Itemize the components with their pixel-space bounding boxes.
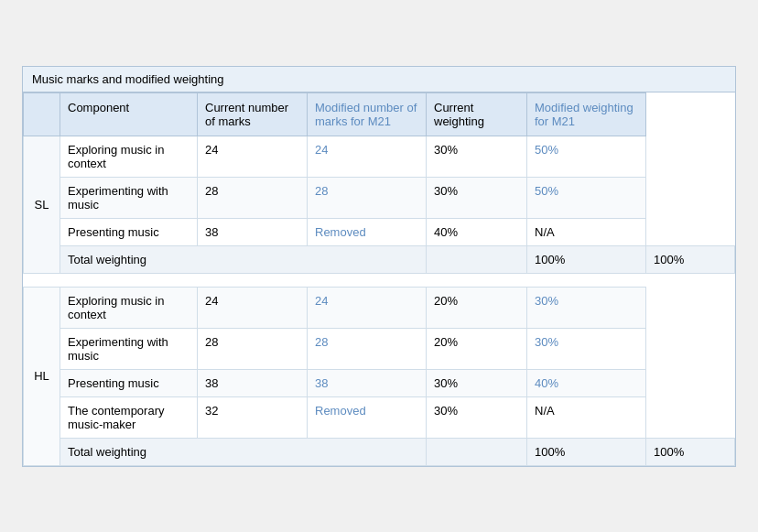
- header-row: Component Current number of marks Modifi…: [24, 92, 735, 136]
- current-marks-cell: 32: [198, 396, 308, 438]
- current-weighting-cell: 30%: [427, 396, 527, 438]
- component-cell: Presenting music: [60, 218, 198, 245]
- table-row: The contemporary music-maker32Removed30%…: [24, 396, 735, 438]
- current-marks-cell: 24: [198, 287, 308, 328]
- current-weighting-cell: 20%: [427, 287, 527, 328]
- spacer-row: [24, 273, 735, 287]
- current-weighting-cell: 40%: [427, 218, 527, 245]
- component-cell: Experimenting with music: [60, 177, 198, 218]
- component-cell: Experimenting with music: [60, 328, 198, 369]
- modified-weighting-cell: 30%: [527, 328, 646, 369]
- current-weighting-cell: 30%: [427, 136, 527, 177]
- total-label-cell: Total weighting: [60, 245, 427, 273]
- total-modified-weighting-cell: 100%: [646, 438, 735, 465]
- total-modified-weighting-cell: 100%: [646, 245, 735, 273]
- table-body: SLExploring music in context242430%50%Ex…: [24, 136, 735, 465]
- header-modified-marks: Modified number of marks for M21: [308, 92, 427, 136]
- modified-marks-cell: 24: [308, 136, 427, 177]
- current-marks-cell: 28: [198, 328, 308, 369]
- table-title: Music marks and modified weighting: [23, 67, 735, 92]
- current-marks-cell: 38: [198, 218, 308, 245]
- table-row: Presenting music38Removed40%N/A: [24, 218, 735, 245]
- header-component: Component: [60, 92, 198, 136]
- level-cell: SL: [24, 136, 60, 273]
- component-cell: Exploring music in context: [60, 136, 198, 177]
- header-modified-weighting: Modified weighting for M21: [527, 92, 646, 136]
- modified-weighting-cell: N/A: [527, 396, 646, 438]
- modified-marks-cell: 28: [308, 177, 427, 218]
- header-current-weighting: Current weighting: [427, 92, 527, 136]
- component-cell: Presenting music: [60, 369, 198, 396]
- current-weighting-cell: 30%: [427, 177, 527, 218]
- modified-weighting-cell: 30%: [527, 287, 646, 328]
- current-marks-cell: 24: [198, 136, 308, 177]
- total-current-weighting-cell: 100%: [527, 245, 646, 273]
- current-weighting-cell: 20%: [427, 328, 527, 369]
- total-row: Total weighting100%100%: [24, 438, 735, 465]
- total-label-cell: Total weighting: [60, 438, 427, 465]
- table-row: Experimenting with music282820%30%: [24, 328, 735, 369]
- modified-marks-cell: Removed: [308, 218, 427, 245]
- component-cell: Exploring music in context: [60, 287, 198, 328]
- total-modified-marks-cell: [427, 245, 527, 273]
- table-row: HLExploring music in context242420%30%: [24, 287, 735, 328]
- modified-weighting-cell: 50%: [527, 136, 646, 177]
- total-modified-marks-cell: [427, 438, 527, 465]
- table-row: Experimenting with music282830%50%: [24, 177, 735, 218]
- modified-marks-cell: 28: [308, 328, 427, 369]
- table-row: SLExploring music in context242430%50%: [24, 136, 735, 177]
- current-marks-cell: 38: [198, 369, 308, 396]
- modified-weighting-cell: 40%: [527, 369, 646, 396]
- level-cell: HL: [24, 287, 60, 465]
- total-current-weighting-cell: 100%: [527, 438, 646, 465]
- header-current-marks: Current number of marks: [198, 92, 308, 136]
- component-cell: The contemporary music-maker: [60, 396, 198, 438]
- total-row: Total weighting100%100%: [24, 245, 735, 273]
- modified-marks-cell: Removed: [308, 396, 427, 438]
- modified-marks-cell: 38: [308, 369, 427, 396]
- current-weighting-cell: 30%: [427, 369, 527, 396]
- table-row: Presenting music383830%40%: [24, 369, 735, 396]
- marks-table: Component Current number of marks Modifi…: [23, 92, 735, 466]
- modified-weighting-cell: N/A: [527, 218, 646, 245]
- current-marks-cell: 28: [198, 177, 308, 218]
- main-table-wrapper: Music marks and modified weighting Compo…: [22, 66, 736, 467]
- modified-marks-cell: 24: [308, 287, 427, 328]
- header-level: [24, 92, 60, 136]
- modified-weighting-cell: 50%: [527, 177, 646, 218]
